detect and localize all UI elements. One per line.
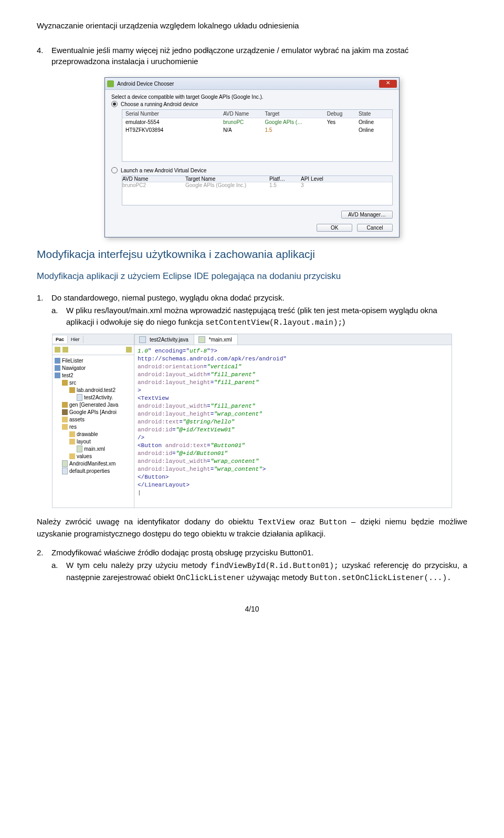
page-number: 4/10 <box>37 605 467 613</box>
list-item-1a: a.W pliku res/layout/main.xml można wpro… <box>51 305 467 328</box>
code-line: android:text="@string/hello" <box>138 418 448 426</box>
col-avdname: AVD Name <box>122 176 185 182</box>
android-icon <box>107 80 114 87</box>
col-platform: Platf… <box>269 176 301 182</box>
dialog-description: Select a device compatible with target G… <box>111 94 393 100</box>
tree-item[interactable]: Nawigator <box>55 365 132 372</box>
editor-tab[interactable]: *main.xml <box>194 334 238 345</box>
tree-item[interactable]: test2 <box>55 372 132 379</box>
menu-icon[interactable] <box>126 347 132 353</box>
editor-tabs: test2Activity.java*main.xml <box>134 334 452 345</box>
device-chooser-dialog: Android Device Chooser ✕ Select a device… <box>104 77 400 237</box>
col-state: State <box>355 110 392 118</box>
step-4: 4.Ewentualnie jeśli mamy więcej niż jedn… <box>37 45 467 67</box>
tree-item-label: Nawigator <box>62 365 86 372</box>
code-line: android:orientation="vertical" <box>138 363 448 371</box>
tree-item[interactable]: test2Activity. <box>55 394 132 401</box>
tree-item[interactable]: drawable <box>55 431 132 438</box>
tree-item-label: assets <box>69 416 85 423</box>
code-line: | <box>138 489 448 497</box>
eclipse-editor: Pac Hier FileListerNawigatortest2srclab.… <box>52 334 452 508</box>
tree-item[interactable]: default.properties <box>55 468 132 475</box>
file-icon <box>77 446 82 452</box>
tree-item[interactable]: gen [Generated Java <box>55 401 132 409</box>
page-header: Wyznaczanie orientacji urządzenia względ… <box>37 21 467 30</box>
code-line: </Button> <box>138 473 448 481</box>
col-avd: AVD Name <box>220 110 262 118</box>
code-line: android:layout_width="wrap_content" <box>138 458 448 465</box>
tree-item[interactable]: layout <box>55 438 132 446</box>
tab-package-explorer[interactable]: Pac <box>52 336 68 343</box>
dialog-titlebar: Android Device Chooser ✕ <box>105 78 399 90</box>
code-button: Button <box>319 518 346 526</box>
code-line: android:layout_width="fill_parent" <box>138 371 448 379</box>
file-icon <box>62 417 68 422</box>
col-apilevel: API Level <box>301 176 338 182</box>
tree-item[interactable]: Google APIs [Androi <box>55 409 132 416</box>
item-2-text: Zmodyfikować właściwe źródło dodając pro… <box>51 548 313 557</box>
code-line: <TextView <box>138 395 448 402</box>
item-1a-post: ) <box>342 317 345 326</box>
paragraph-textview-button: Należy zwrócić uwagę na identyfikator do… <box>37 516 467 540</box>
col-targetname: Target Name <box>185 176 269 182</box>
file-icon <box>139 336 146 343</box>
file-icon <box>62 468 68 474</box>
list-item-2a: a.W tym celu należy przy użyciu metody f… <box>51 560 467 584</box>
code-line: </LinearLayout> <box>138 481 448 489</box>
tree-item[interactable]: FileLister <box>55 357 132 365</box>
tree-item[interactable]: values <box>55 453 132 460</box>
tab-hierarchy[interactable]: Hier <box>68 336 83 343</box>
package-explorer: Pac Hier FileListerNawigatortest2srclab.… <box>52 334 134 508</box>
tree-item[interactable]: res <box>55 423 132 431</box>
tree-item[interactable]: main.xml <box>55 446 132 453</box>
code-line: http://schemas.android.com/apk/res/andro… <box>138 355 448 363</box>
explorer-toolbar <box>52 345 134 355</box>
tree-item[interactable]: AndroidManifest.xm <box>55 460 132 468</box>
tab-label: *main.xml <box>209 337 232 343</box>
link-editor-icon[interactable] <box>62 347 68 353</box>
radio-running-device[interactable] <box>111 101 118 107</box>
editor-tab[interactable]: test2Activity.java <box>134 334 194 345</box>
item-1a-code: setContentView(R.layout.main); <box>205 318 342 327</box>
code-textview: TextView <box>258 518 295 526</box>
tree-item-label: main.xml <box>84 446 105 453</box>
tree-item[interactable]: lab.android.test2 <box>55 387 132 394</box>
dialog-title: Android Device Chooser <box>117 81 174 87</box>
file-icon <box>69 431 75 437</box>
tree-item[interactable]: assets <box>55 416 132 423</box>
heading-3: Modyfikacja aplikacji z użyciem Eclipse … <box>37 271 467 282</box>
heading-2: Modyfikacja interfejsu użytkownika i zac… <box>37 248 467 261</box>
item-1-text: Do standardowego, niemal pustego, wygląd… <box>51 293 285 302</box>
avd-manager-button[interactable]: AVD Manager… <box>341 211 393 219</box>
col-target: Target <box>261 110 323 118</box>
step-4-text: Ewentualnie jeśli mamy więcej niż jedno … <box>51 46 408 66</box>
col-serial: Serial Number <box>122 110 220 118</box>
code-line: > <box>138 387 448 395</box>
ok-button[interactable]: OK <box>317 224 352 232</box>
tree-item-label: drawable <box>77 431 98 438</box>
code-line: /> <box>138 434 448 442</box>
code-line: android:layout_width="fill_parent" <box>138 402 448 410</box>
table-row[interactable]: emulator-5554 brunoPC Google APIs (… Yes… <box>122 118 392 126</box>
tree-item-label: values <box>77 453 92 460</box>
project-tree[interactable]: FileListerNawigatortest2srclab.android.t… <box>52 355 134 477</box>
list-item-2: 2.Zmodyfikować właściwe źródło dodając p… <box>51 547 467 558</box>
code-editor[interactable]: 1.0" encoding="utf-8"?>http://schemas.an… <box>134 345 452 508</box>
table-row[interactable]: brunoPC2 Google APIs (Google Inc.) 1.5 3 <box>122 182 392 188</box>
close-icon[interactable]: ✕ <box>379 80 397 88</box>
code-setonclicklistener: Button.setOnClickListener(...). <box>310 574 452 582</box>
code-line: android:layout_height="wrap_content"> <box>138 465 448 473</box>
avd-table[interactable]: AVD Name Target Name Platf… API Level br… <box>122 175 393 205</box>
tree-item-label: src <box>69 379 76 387</box>
file-icon <box>62 409 68 415</box>
running-devices-table[interactable]: Serial Number AVD Name Target Debug Stat… <box>122 109 393 162</box>
tree-item-label: gen [Generated Java <box>69 401 118 409</box>
radio-launch-avd[interactable] <box>111 167 118 173</box>
code-line: android:id="@+id/Button01" <box>138 450 448 458</box>
list-item-1: 1.Do standardowego, niemal pustego, wygl… <box>51 292 467 304</box>
cancel-button[interactable]: Cancel <box>357 224 393 232</box>
collapse-icon[interactable] <box>55 347 60 353</box>
tree-item[interactable]: src <box>55 379 132 387</box>
table-row[interactable]: HT9ZFKV03894 N/A 1.5 Online <box>122 126 392 134</box>
code-line: <Button android:text="Button01" <box>138 442 448 450</box>
